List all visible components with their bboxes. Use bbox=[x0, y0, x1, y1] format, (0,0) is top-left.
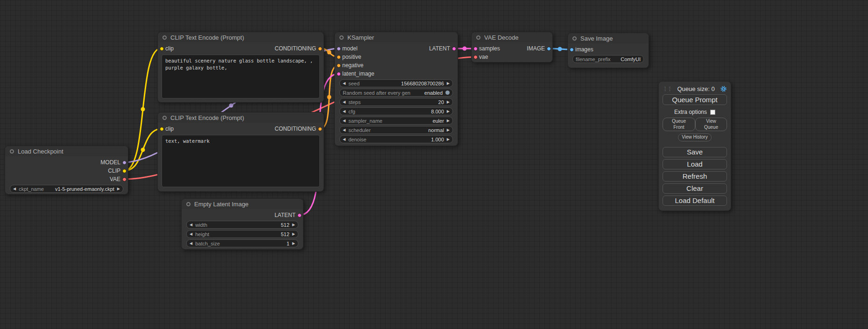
collapse-toggle-icon[interactable] bbox=[186, 202, 191, 206]
widget-filename-prefix[interactable]: filename_prefix ComfyUI bbox=[572, 55, 644, 63]
right-arrow-icon[interactable]: ▶ bbox=[292, 223, 295, 227]
widget-steps[interactable]: ◀ steps 20 ▶ bbox=[339, 98, 453, 106]
node-canvas[interactable]: Load Checkpoint MODEL CLIP VAE ◀ ckpt_na… bbox=[0, 0, 868, 329]
extra-options-row: Extra options bbox=[663, 109, 727, 115]
node-titlebar[interactable]: Save Image bbox=[568, 33, 649, 43]
prompt-textarea[interactable]: text, watermark bbox=[162, 135, 320, 187]
output-port-model[interactable] bbox=[122, 161, 127, 165]
node-titlebar[interactable]: VAE Decode bbox=[472, 32, 552, 42]
node-empty-latent-image[interactable]: Empty Latent Image LATENT ◀ width 512 ▶ … bbox=[181, 198, 303, 250]
wire-clip-to-positive-encoder bbox=[124, 48, 162, 171]
right-arrow-icon[interactable]: ▶ bbox=[292, 242, 295, 245]
output-port-latent[interactable] bbox=[452, 47, 456, 51]
node-titlebar[interactable]: CLIP Text Encode (Prompt) bbox=[158, 32, 324, 42]
output-port-conditioning[interactable] bbox=[318, 127, 322, 131]
widget-batch-size[interactable]: ◀ batch_size 1 ▶ bbox=[186, 239, 298, 247]
queue-prompt-button[interactable]: Queue Prompt bbox=[663, 94, 727, 105]
widget-seed[interactable]: ◀ seed 156680208700286 ▶ bbox=[339, 79, 453, 87]
right-arrow-icon[interactable]: ▶ bbox=[447, 128, 450, 132]
output-port-latent[interactable] bbox=[297, 213, 302, 217]
right-arrow-icon[interactable]: ▶ bbox=[117, 187, 120, 191]
prompt-textarea[interactable]: beautiful scenery nature glass bottle la… bbox=[162, 55, 320, 98]
right-arrow-icon[interactable]: ▶ bbox=[447, 100, 450, 104]
collapse-toggle-icon[interactable] bbox=[162, 116, 167, 120]
left-arrow-icon[interactable]: ◀ bbox=[343, 82, 346, 85]
input-port-vae[interactable] bbox=[473, 55, 478, 59]
node-titlebar[interactable]: CLIP Text Encode (Prompt) bbox=[158, 112, 324, 123]
drag-handle-icon[interactable]: ⋮⋮ bbox=[663, 86, 672, 91]
load-button[interactable]: Load bbox=[663, 159, 727, 169]
left-arrow-icon[interactable]: ◀ bbox=[190, 232, 192, 236]
left-arrow-icon[interactable]: ◀ bbox=[13, 187, 16, 191]
view-queue-button[interactable]: View Queue bbox=[695, 118, 727, 131]
collapse-toggle-icon[interactable] bbox=[339, 35, 344, 40]
output-port-conditioning[interactable] bbox=[318, 47, 322, 51]
collapse-toggle-icon[interactable] bbox=[10, 149, 14, 154]
node-titlebar[interactable]: Empty Latent Image bbox=[182, 199, 303, 209]
toggle-on-indicator[interactable] bbox=[445, 91, 450, 95]
right-arrow-icon[interactable]: ▶ bbox=[447, 138, 450, 141]
clear-button[interactable]: Clear bbox=[663, 183, 727, 194]
load-default-button[interactable]: Load Default bbox=[663, 196, 727, 206]
right-arrow-icon[interactable]: ▶ bbox=[292, 232, 295, 236]
input-port-clip[interactable] bbox=[160, 47, 164, 51]
widget-value: enabled bbox=[424, 90, 443, 96]
slot-row: clip CONDITIONING bbox=[158, 125, 324, 133]
widget-cfg[interactable]: ◀ cfg 8.000 ▶ bbox=[339, 107, 453, 115]
widget-value: 156680208700286 bbox=[401, 81, 444, 86]
input-port-model[interactable] bbox=[337, 47, 341, 51]
left-arrow-icon[interactable]: ◀ bbox=[343, 128, 346, 132]
collapse-toggle-icon[interactable] bbox=[476, 35, 480, 40]
left-arrow-icon[interactable]: ◀ bbox=[190, 223, 192, 227]
output-port-clip[interactable] bbox=[122, 169, 127, 173]
left-arrow-icon[interactable]: ◀ bbox=[343, 110, 346, 113]
view-history-button[interactable]: View History bbox=[678, 133, 711, 141]
node-clip-text-encode-positive[interactable]: CLIP Text Encode (Prompt) clip CONDITION… bbox=[157, 32, 324, 103]
right-arrow-icon[interactable]: ▶ bbox=[447, 110, 450, 113]
slot-row: LATENT bbox=[182, 211, 303, 219]
input-port-latent-image[interactable] bbox=[337, 72, 341, 76]
widget-denoise[interactable]: ◀ denoise 1.000 ▶ bbox=[339, 135, 453, 143]
input-port-samples[interactable] bbox=[473, 47, 478, 51]
input-port-positive[interactable] bbox=[337, 55, 341, 59]
slot-row: latent_image bbox=[335, 70, 458, 78]
input-port-clip[interactable] bbox=[160, 127, 164, 131]
input-port-images[interactable] bbox=[570, 48, 574, 52]
refresh-button[interactable]: Refresh bbox=[663, 171, 727, 182]
node-load-checkpoint[interactable]: Load Checkpoint MODEL CLIP VAE ◀ ckpt_na… bbox=[5, 146, 128, 195]
extra-options-checkbox[interactable] bbox=[710, 110, 715, 115]
queue-front-button[interactable]: Queue Front bbox=[663, 118, 695, 131]
collapse-toggle-icon[interactable] bbox=[162, 35, 167, 40]
right-arrow-icon[interactable]: ▶ bbox=[447, 119, 450, 123]
node-ksampler[interactable]: KSampler model LATENT positive negative … bbox=[334, 32, 458, 146]
output-label-latent: LATENT bbox=[429, 45, 450, 52]
widget-sampler-name[interactable]: ◀ sampler_name euler ▶ bbox=[339, 117, 453, 125]
widget-scheduler[interactable]: ◀ scheduler normal ▶ bbox=[339, 126, 453, 134]
widget-random-seed-toggle[interactable]: Random seed after every gen enabled bbox=[339, 89, 453, 97]
right-arrow-icon[interactable]: ▶ bbox=[447, 82, 450, 85]
output-port-vae[interactable] bbox=[122, 177, 127, 182]
input-label-vae: vae bbox=[479, 54, 488, 60]
save-button[interactable]: Save bbox=[663, 147, 727, 157]
widget-label: steps bbox=[348, 99, 360, 105]
node-vae-decode[interactable]: VAE Decode samples IMAGE vae bbox=[471, 32, 553, 63]
left-arrow-icon[interactable]: ◀ bbox=[343, 100, 346, 104]
node-save-image[interactable]: Save Image images filename_prefix ComfyU… bbox=[567, 33, 649, 68]
widget-height[interactable]: ◀ height 512 ▶ bbox=[186, 230, 298, 238]
widget-ckpt-name[interactable]: ◀ ckpt_name v1-5-pruned-emaonly.ckpt ▶ bbox=[10, 185, 123, 193]
widget-value: euler bbox=[432, 118, 444, 124]
input-port-negative[interactable] bbox=[337, 63, 341, 68]
left-arrow-icon[interactable]: ◀ bbox=[190, 242, 192, 245]
output-port-image[interactable] bbox=[547, 47, 551, 51]
node-clip-text-encode-negative[interactable]: CLIP Text Encode (Prompt) clip CONDITION… bbox=[157, 112, 324, 192]
widget-label: seed bbox=[348, 81, 360, 86]
input-label-latent-image: latent_image bbox=[342, 70, 374, 77]
settings-gear-icon[interactable] bbox=[720, 85, 727, 92]
widget-width[interactable]: ◀ width 512 ▶ bbox=[186, 221, 298, 229]
left-arrow-icon[interactable]: ◀ bbox=[343, 138, 346, 141]
collapse-toggle-icon[interactable] bbox=[572, 36, 577, 41]
node-titlebar[interactable]: KSampler bbox=[335, 32, 458, 42]
left-arrow-icon[interactable]: ◀ bbox=[343, 119, 346, 123]
widget-label: filename_prefix bbox=[576, 56, 611, 62]
node-titlebar[interactable]: Load Checkpoint bbox=[5, 146, 128, 156]
